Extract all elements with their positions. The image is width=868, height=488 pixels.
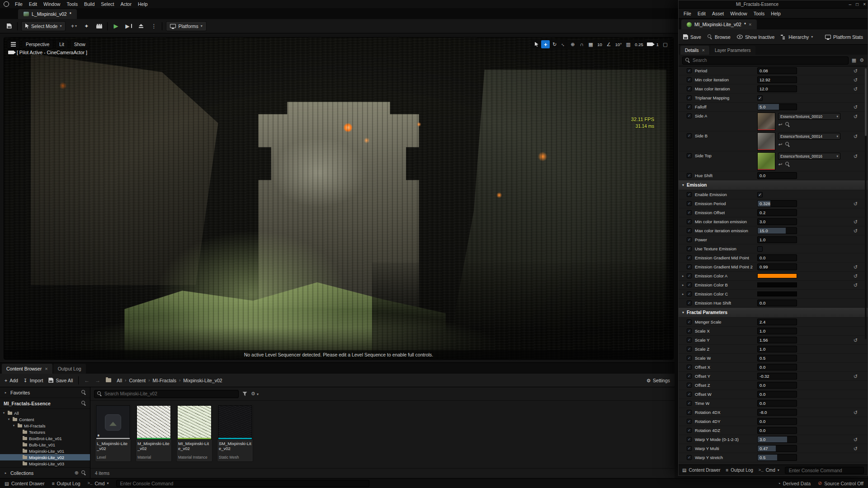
override-checkbox[interactable]: ✓	[687, 356, 692, 361]
rotation-snap-icon[interactable]: ∠	[604, 40, 613, 48]
grid-snap-icon[interactable]: ▦	[586, 40, 595, 48]
favorites-section[interactable]: ▸ Favorites	[0, 387, 90, 398]
content-drawer-button[interactable]: ▤ Content Drawer	[5, 481, 44, 486]
details-search-box[interactable]	[682, 56, 849, 65]
override-checkbox[interactable]: ✓	[687, 68, 692, 73]
project-root-row[interactable]: MI_Fractals-Essence	[0, 398, 90, 409]
tree-item-mixpinski-lite-v03[interactable]: Mixpinski-Lite_v03	[0, 460, 90, 467]
param-value-field[interactable]: 0.0	[757, 382, 797, 389]
search-icon[interactable]	[81, 390, 86, 395]
import-button[interactable]: ↧ Import	[24, 378, 43, 383]
param-value-field[interactable]: 0.0	[757, 300, 797, 306]
override-checkbox[interactable]: ✓	[687, 219, 692, 224]
param-value-field[interactable]: 1.56	[757, 337, 797, 343]
select-mode-dropdown[interactable]: Select Mode ▾	[21, 21, 66, 31]
menu-build[interactable]: Build	[81, 0, 98, 8]
param-value-field[interactable]: 3.0	[757, 436, 797, 443]
reset-to-default-icon[interactable]: ↺	[854, 219, 858, 225]
param-value-field[interactable]: 0.0	[757, 418, 797, 425]
override-checkbox[interactable]: ✓	[687, 419, 692, 424]
add-button[interactable]: + Add	[5, 378, 18, 383]
camera-speed-icon[interactable]	[646, 40, 654, 48]
breadcrumb-item-mixpinski-lite-v02[interactable]: Mixpinski-Lite_v02	[183, 378, 222, 383]
texture-select-dropdown[interactable]: EssenceTextures_00016▾	[778, 153, 840, 160]
param-value-field[interactable]: 0.0	[757, 364, 797, 371]
reset-to-default-icon[interactable]: ↺	[854, 134, 858, 140]
override-checkbox[interactable]: ✓	[687, 228, 692, 233]
menu-window[interactable]: Window	[727, 9, 750, 18]
expand-arrow-icon[interactable]: ▾	[12, 424, 16, 427]
add-collection-icon[interactable]: ⊕	[75, 470, 79, 476]
menu-window[interactable]: Window	[40, 0, 63, 8]
toolbar-browse[interactable]: Browse	[708, 34, 731, 40]
override-checkbox[interactable]: ✓	[687, 246, 692, 251]
override-checkbox[interactable]: ✓	[687, 338, 692, 343]
details-settings-icon[interactable]: ⚙	[859, 57, 864, 63]
search-icon[interactable]	[81, 401, 86, 406]
reset-to-default-icon[interactable]: ↺	[854, 154, 858, 160]
param-value-field[interactable]: 0.0	[757, 400, 797, 407]
param-value-field[interactable]: 1.0	[757, 346, 797, 352]
menu-select[interactable]: Select	[98, 0, 117, 8]
param-expand-icon[interactable]: ▸	[682, 292, 687, 296]
reset-to-default-icon[interactable]: ↺	[854, 114, 858, 120]
search-icon[interactable]	[81, 470, 86, 475]
override-checkbox[interactable]: ✓	[687, 210, 692, 215]
reset-to-default-icon[interactable]: ↺	[854, 337, 858, 343]
toolbar-platform-stats[interactable]: Platform Stats	[825, 34, 863, 40]
menu-edit[interactable]: Edit	[694, 9, 709, 18]
reset-to-default-icon[interactable]: ↺	[854, 201, 858, 206]
override-checkbox[interactable]: ✓	[687, 95, 692, 100]
asset-mi-mixpinski-lite-v02[interactable]: MI_Mixpinski-Lite_v02Material Instance	[176, 404, 212, 462]
param-value-field[interactable]: 12.0	[757, 85, 797, 92]
tree-item-content[interactable]: ▾Content	[0, 416, 90, 422]
output-log-button[interactable]: ≡ Output Log	[52, 481, 80, 486]
tab-content-browser[interactable]: Content Browser×	[2, 364, 52, 374]
close-tab-icon[interactable]: ×	[45, 366, 47, 371]
reset-to-default-icon[interactable]: ↺	[854, 228, 858, 234]
param-value-field[interactable]: 0.0	[757, 427, 797, 434]
browse-to-asset-icon[interactable]	[785, 142, 790, 147]
viewport[interactable]: Perspective Lit Show + ↻ ↔ ⊕ ∩ ▦ 10 ∠ 10…	[4, 37, 674, 360]
play-button[interactable]: ▶	[111, 21, 120, 31]
override-checkbox[interactable]: ✓	[687, 374, 692, 379]
world-space-toggle-icon[interactable]: ⊕	[568, 40, 577, 48]
param-value-field[interactable]: 2.4	[757, 319, 797, 325]
menu-help[interactable]: Help	[768, 9, 784, 18]
section-expand-icon[interactable]: ▾	[682, 310, 684, 314]
reset-to-default-icon[interactable]: ↺	[854, 409, 858, 415]
param-value-field[interactable]: 3.0	[757, 218, 797, 225]
cinematics-button[interactable]	[94, 21, 104, 31]
override-checkbox[interactable]: ✓	[687, 153, 692, 158]
derived-data-button[interactable]: ◔ Derived Data	[778, 481, 811, 486]
camera-speed-value[interactable]: 1	[655, 42, 660, 47]
override-checkbox[interactable]: ✓	[687, 365, 692, 370]
param-expand-icon[interactable]: ▸	[682, 274, 687, 278]
history-back-button[interactable]: ←	[84, 377, 90, 384]
reset-to-default-icon[interactable]: ↺	[854, 264, 858, 270]
param-color-swatch[interactable]	[757, 273, 797, 278]
reset-to-default-icon[interactable]: ↺	[854, 77, 858, 83]
override-checkbox[interactable]: ✓	[687, 264, 692, 269]
tree-item-mixpinski-lite-v01[interactable]: Mixpinski-Lite_v01	[0, 448, 90, 454]
reset-to-default-icon[interactable]: ↺	[854, 436, 858, 442]
param-checkbox[interactable]: ✓	[757, 95, 763, 101]
browse-to-asset-icon[interactable]	[785, 162, 790, 167]
reset-to-default-icon[interactable]: ↺	[854, 373, 858, 379]
param-section-emission[interactable]: ▾Emission	[679, 180, 868, 190]
asset-sm-mixpinski-lite-v02[interactable]: SM_Mixpinski-Lite_v02Static Mesh	[217, 404, 253, 462]
tree-item-bulb-lite-v01[interactable]: Bulb-Lite_v01	[0, 441, 90, 448]
source-control-button[interactable]: ⊘ Source Control Off	[818, 480, 863, 486]
override-checkbox[interactable]: ✓	[687, 410, 692, 415]
param-value-field[interactable]: 0.0	[757, 172, 797, 179]
reset-to-default-icon[interactable]: ↺	[854, 104, 858, 110]
param-value-field[interactable]: 0.5	[757, 355, 797, 361]
override-checkbox[interactable]: ✓	[687, 383, 692, 388]
override-checkbox[interactable]: ✓	[687, 401, 692, 406]
override-checkbox[interactable]: ✓	[687, 173, 692, 178]
param-value-field[interactable]: 0.99	[757, 263, 797, 270]
maximize-viewport-icon[interactable]: ▢	[661, 40, 670, 48]
override-checkbox[interactable]: ✓	[687, 319, 692, 324]
select-tool-icon[interactable]	[532, 40, 541, 48]
content-drawer-button[interactable]: ▤ Content Drawer	[682, 468, 720, 473]
